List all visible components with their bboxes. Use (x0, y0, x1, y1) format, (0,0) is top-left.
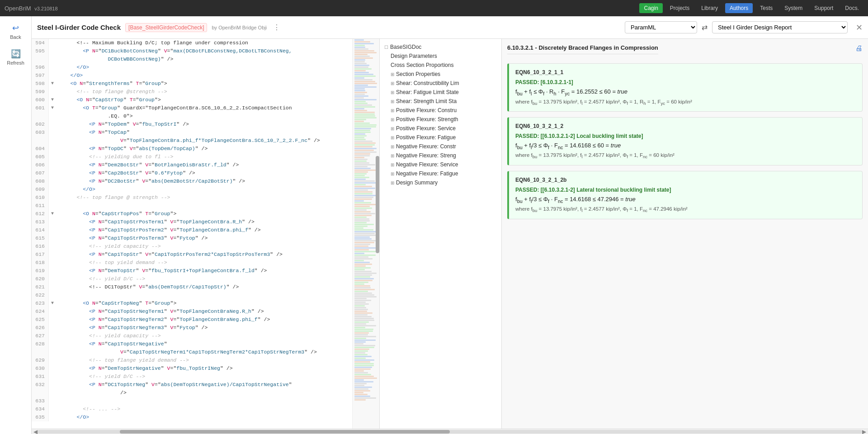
minimap-line (354, 302, 366, 303)
minimap-line (354, 323, 366, 325)
minimap-line (354, 292, 372, 294)
fold-button[interactable]: ▼ (49, 80, 56, 88)
nav-cagin-button[interactable]: Cagin (639, 3, 662, 13)
print-icon[interactable]: 🖨 (855, 44, 863, 52)
nav-library-button[interactable]: Library (697, 3, 722, 13)
scroll-right-icon[interactable]: ▶ (862, 429, 866, 434)
split-panels: 594 <!-- Maximum Buckling D/C; top flang… (32, 39, 868, 429)
fold-button[interactable]: ▼ (49, 210, 56, 218)
tree-item[interactable]: Cross Section Proportions (382, 61, 500, 70)
tree-item[interactable]: Design Parameters (382, 52, 500, 61)
minimap-line (354, 224, 374, 225)
minimap-line (354, 164, 375, 165)
tree-item[interactable]: ⊞Negative Flexure: Streng (382, 151, 500, 160)
code-line: 631 <!-- yield D/C --> (32, 373, 350, 381)
code-panel[interactable]: 594 <!-- Maximum Buckling D/C; top flang… (32, 39, 380, 429)
tree-item[interactable]: ⊞Positive Flexure: Service (382, 124, 500, 133)
menu-dots-button[interactable]: ⋮ (271, 23, 282, 32)
minimap-line (354, 92, 367, 93)
nav-docs-button[interactable]: Docs. (840, 3, 863, 13)
tree-expand-icon: ⊞ (391, 171, 394, 176)
minimap-line (354, 146, 373, 147)
minimap-line (354, 332, 369, 334)
tree-item[interactable]: ⊞Shear: Strength Limit Sta (382, 97, 500, 106)
minimap-line (354, 226, 368, 227)
code-line: 633 (32, 397, 350, 405)
line-number: 624 (32, 307, 49, 316)
tree-expand-icon: ⊞ (391, 108, 394, 113)
tree-item[interactable]: ⊞Positive Flexure: Strength (382, 115, 500, 124)
code-content (56, 397, 350, 405)
fold-button (49, 177, 56, 185)
scroll-track[interactable] (38, 430, 862, 434)
tree-item[interactable]: ⊞Design Summary (382, 178, 500, 187)
close-button[interactable]: ✕ (856, 23, 863, 33)
tree-item[interactable]: ⊞Negative Flexure: Fatigue (382, 169, 500, 178)
minimap-line (354, 258, 373, 259)
line-number: 621 (32, 283, 49, 291)
minimap-line (354, 95, 368, 97)
tree-root[interactable]: ☐ BaseSIGDoc (382, 42, 500, 52)
nav-projects-button[interactable]: Projects (665, 3, 694, 13)
nav-tests-button[interactable]: Tests (755, 3, 777, 13)
code-line: 623▼ <O N="CapStrTopNeg" T="Group"> (32, 299, 350, 307)
tree-item[interactable]: ⊞Shear: Fatigue Limit State (382, 88, 500, 97)
minimap-line (354, 262, 370, 263)
tree-item[interactable]: ⊞Section Properties (382, 70, 500, 79)
minimap-line (354, 188, 375, 189)
minimap-line (354, 179, 366, 180)
tree-expand-icon: ⊞ (391, 72, 394, 77)
fold-button[interactable]: ▼ (49, 299, 56, 307)
tree-item-label: Cross Section Proportions (391, 62, 453, 68)
line-number: 619 (32, 267, 49, 275)
report-section-title: 6.10.3.2.1 - Discretely Braced Flanges i… (507, 44, 658, 54)
nav-system-button[interactable]: System (780, 3, 807, 13)
equation-card: EQN6_10_3_2_1_2bPASSED: [[6.10.3.2.1-2] … (507, 171, 863, 219)
minimap-line (354, 66, 368, 68)
line-number: 604 (32, 145, 49, 153)
scroll-left-icon[interactable]: ◀ (33, 429, 38, 434)
minimap-line (354, 381, 373, 382)
line-number: 609 (32, 185, 49, 193)
minimap-line (354, 334, 368, 335)
minimap-line (354, 363, 374, 364)
equation-id: EQN6_10_3_2_1_2 (515, 123, 856, 129)
line-number: 615 (32, 234, 49, 242)
back-button[interactable]: ↩ Back (2, 21, 29, 42)
minimap-line (354, 213, 375, 214)
fold-button[interactable]: ▼ (49, 104, 56, 120)
minimap-line (354, 399, 366, 401)
minimap-line (354, 121, 364, 122)
tree-item[interactable]: ⊞Positive Flexure: Fatigue (382, 133, 500, 142)
refresh-button[interactable]: 🔄 Refresh (2, 47, 29, 68)
report-select[interactable]: Steel I Girder Design Report (712, 21, 848, 33)
minimap-line (354, 184, 366, 185)
line-number: 608 (32, 177, 49, 185)
nav-authors-button[interactable]: Authors (725, 3, 753, 13)
equation-formula: fbu + fl/3 ≤ Φf · Fnc = 14.6168 ≤ 60 = t… (515, 142, 856, 150)
param-select[interactable]: ParamML (625, 21, 697, 33)
minimap-line (354, 338, 366, 339)
code-line: 614 <P N="Cap1TopStrPosTerm2" V="TopFlan… (32, 226, 350, 234)
code-content: <!-- top flange @strength --> (56, 88, 350, 96)
tree-item[interactable]: ⊞Positive Flexure: Constru (382, 106, 500, 115)
minimap-line (354, 141, 373, 142)
tree-item[interactable]: ⊞Negative Flexure: Constr (382, 142, 500, 151)
fold-button[interactable]: ▼ (49, 96, 56, 104)
minimap-line (354, 244, 370, 245)
minimap-line (354, 296, 377, 297)
minimap-scroll-thumb[interactable] (376, 156, 379, 254)
minimap-line (354, 356, 372, 357)
line-number: 596 (32, 63, 49, 71)
tree-item-label: Negative Flexure: Constr (396, 143, 456, 150)
nav-support-button[interactable]: Support (810, 3, 838, 13)
tree-item[interactable]: ⊞Shear: Constructibility Lim (382, 79, 500, 88)
minimap-line (354, 255, 376, 256)
minimap-line (354, 343, 363, 344)
equation-where: where fbu = 13.7975 kip/in², fl = 2.4577… (515, 152, 856, 159)
code-content: <!-- yield capacity --> (56, 332, 350, 340)
scroll-thumb[interactable] (120, 430, 450, 434)
tree-item[interactable]: ⊞Negative Flexure: Service (382, 160, 500, 169)
bottom-scrollbar[interactable]: ◀ ▶ (32, 429, 868, 434)
minimap-line (354, 182, 376, 184)
